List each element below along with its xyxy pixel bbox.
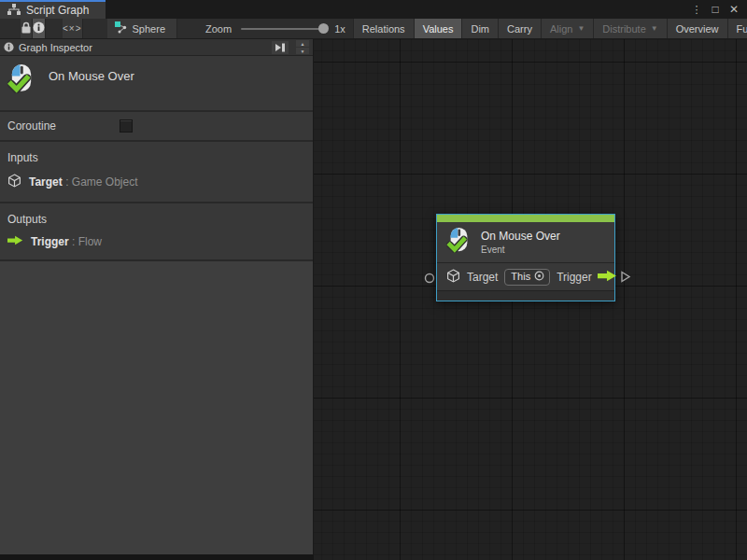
graph-canvas[interactable]: On Mouse Over Event Target This (314, 39, 747, 560)
input-type: : Game Object (65, 175, 137, 189)
node-header[interactable]: On Mouse Over Event (437, 222, 614, 262)
cube-icon (446, 269, 460, 286)
zoom-label: Zoom (205, 23, 232, 35)
node-footer (437, 290, 614, 301)
unit-title: On Mouse Over (49, 69, 134, 83)
toolbar-button-fullscreen[interactable]: Full Screen (727, 19, 747, 38)
zoom-slider-handle[interactable] (318, 23, 329, 34)
chevron-down-icon: ▼ (651, 24, 658, 33)
trigger-port-label: Trigger (557, 271, 592, 284)
graph-hierarchy-icon (7, 2, 21, 19)
inspector-empty-area (0, 261, 313, 554)
maximize-icon[interactable]: □ (708, 2, 723, 17)
lock-button[interactable] (21, 19, 33, 38)
toolbar-button-distribute: Distribute▼ (593, 19, 666, 38)
toolbar-button-values[interactable]: Values (414, 19, 462, 38)
tab-label: Script Graph (26, 4, 89, 17)
lock-icon (21, 21, 32, 35)
window-controls: ⋮ □ ✕ (689, 0, 747, 19)
flow-arrow-icon (7, 235, 23, 248)
node-subtitle: Event (481, 245, 560, 255)
mouse-event-icon (7, 63, 35, 97)
tab-bar: Script Graph ⋮ □ ✕ (0, 0, 747, 19)
tab-script-graph[interactable]: Script Graph (0, 0, 106, 19)
panel-spinner: ▲ ▼ (296, 40, 309, 54)
toolbar-buttons: Relations Values Dim Carry Align▼ Distri… (353, 19, 747, 38)
node-right-edge-port[interactable] (620, 270, 631, 287)
graph-toolbar: <×> Sphere Zoom 1x Relations Values (0, 19, 747, 39)
on-mouse-over-node[interactable]: On Mouse Over Event Target This (436, 214, 615, 301)
outputs-section: Outputs Trigger : Flow (0, 203, 313, 261)
coroutine-section: Coroutine (0, 112, 313, 142)
output-port-row: Trigger : Flow (0, 230, 313, 259)
zoom-slider[interactable] (241, 28, 327, 30)
toolbar-button-overview[interactable]: Overview (667, 19, 727, 38)
script-graph-asset-icon (115, 21, 127, 35)
script-graph-window: Script Graph ⋮ □ ✕ (0, 0, 747, 560)
info-icon (4, 39, 14, 56)
graph-name-label: Sphere (133, 23, 165, 35)
inputs-title: Inputs (0, 142, 313, 168)
code-icon: <×> (63, 23, 82, 34)
unit-title-section: On Mouse Over (0, 56, 313, 112)
inputs-section: Inputs Target : Game Object (0, 142, 313, 203)
target-port-label: Target (467, 271, 498, 284)
event-color-bar (437, 215, 614, 222)
inspector-title: Graph Inspector (19, 42, 267, 53)
input-port-row: Target : Game Object (0, 168, 313, 202)
coroutine-checkbox[interactable] (120, 119, 133, 133)
inspector-toggle-button[interactable] (33, 19, 46, 38)
node-port-row: Target This Trigger (437, 262, 614, 290)
info-icon (33, 21, 45, 35)
zoom-control: Zoom 1x (205, 19, 345, 38)
close-icon[interactable]: ✕ (726, 2, 741, 17)
graph-inspector-panel: Graph Inspector ▲ ▼ (0, 39, 314, 554)
coroutine-label: Coroutine (7, 119, 120, 133)
toolbar-button-relations[interactable]: Relations (353, 19, 414, 38)
kebab-menu-icon[interactable]: ⋮ (689, 2, 704, 17)
flow-arrow-icon[interactable] (598, 270, 617, 285)
target-value-field[interactable]: This (504, 269, 550, 286)
input-name: Target (29, 175, 63, 189)
output-name: Trigger (31, 235, 69, 248)
cube-icon (7, 174, 21, 190)
node-title: On Mouse Over (481, 230, 560, 243)
output-type: : Flow (72, 235, 102, 248)
mouse-event-icon (446, 227, 472, 257)
inspector-header: Graph Inspector ▲ ▼ (0, 39, 313, 56)
zoom-value: 1x (334, 23, 345, 35)
chevron-down-icon: ▼ (577, 24, 585, 33)
toolbar-button-carry[interactable]: Carry (498, 19, 541, 38)
spinner-up-icon[interactable]: ▲ (296, 40, 309, 47)
dock-panel-button[interactable] (272, 41, 289, 54)
toolbar-button-dim[interactable]: Dim (461, 19, 498, 38)
code-view-button[interactable]: <×> (63, 19, 83, 38)
node-left-edge-port[interactable] (424, 271, 435, 287)
toolbar-button-align: Align▼ (541, 19, 593, 38)
object-picker-icon[interactable] (534, 271, 544, 283)
outputs-title: Outputs (0, 203, 313, 230)
spinner-down-icon[interactable]: ▼ (296, 48, 309, 54)
graph-reference-button[interactable]: Sphere (107, 19, 177, 38)
